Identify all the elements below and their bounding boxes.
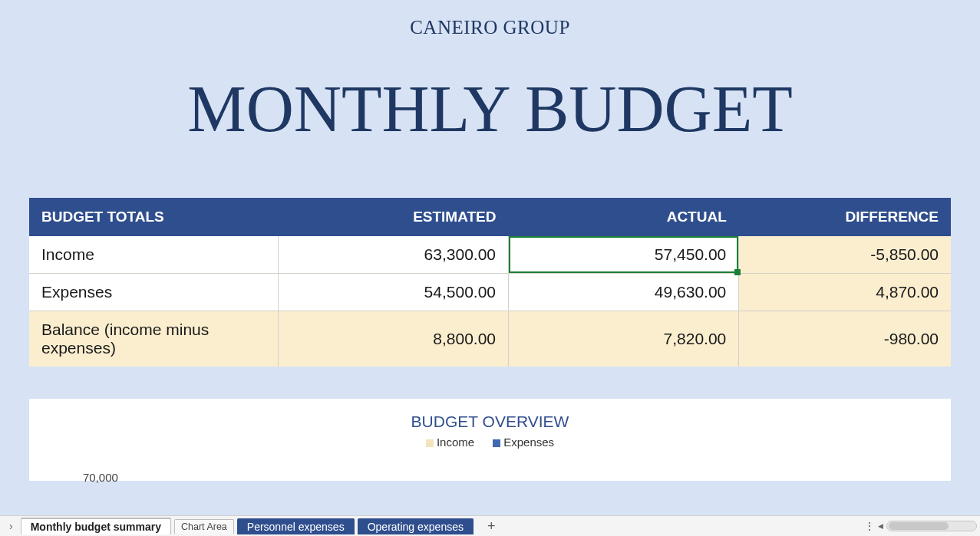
table-row: Balance (income minus expenses) 8,800.00… [29, 311, 951, 367]
col-header-difference[interactable]: DIFFERENCE [739, 198, 951, 236]
scroll-left-icon[interactable]: ◀ [878, 522, 883, 530]
company-name: CANEIRO GROUP [29, 0, 951, 38]
legend-item-income: Income [426, 436, 474, 449]
sheet-tab-bar: › Monthly budget summary Chart Area Pers… [0, 515, 980, 536]
cell-difference[interactable]: -5,850.00 [739, 236, 951, 274]
legend-label: Income [437, 436, 474, 449]
table-row: Expenses 54,500.00 49,630.00 4,870.00 [29, 274, 951, 311]
cell-estimated[interactable]: 54,500.00 [278, 274, 508, 311]
cell-actual[interactable]: 7,820.00 [509, 311, 739, 367]
budget-totals-table: BUDGET TOTALS ESTIMATED ACTUAL DIFFERENC… [29, 198, 951, 367]
legend-label: Expenses [503, 436, 554, 449]
table-row: Income 63,300.00 57,450.00 -5,850.00 [29, 236, 951, 274]
horizontal-scrollbar[interactable]: ◀ ▶ [886, 521, 977, 531]
cell-difference[interactable]: -980.00 [739, 311, 951, 367]
legend-swatch-income [426, 439, 434, 447]
cell-label[interactable]: Balance (income minus expenses) [29, 311, 278, 367]
col-header-estimated[interactable]: ESTIMATED [278, 198, 508, 236]
chart-legend: Income Expenses [45, 436, 935, 449]
cell-difference[interactable]: 4,870.00 [739, 274, 951, 311]
cell-estimated[interactable]: 8,800.00 [278, 311, 508, 367]
chart-title: BUDGET OVERVIEW [45, 413, 935, 431]
tab-operating-expenses[interactable]: Operating expenses [358, 518, 474, 534]
sheet-nav-right-icon[interactable]: › [5, 520, 18, 532]
page-title: MONTHLY BUDGET [29, 38, 951, 147]
col-header-label[interactable]: BUDGET TOTALS [29, 198, 278, 236]
tab-menu-icon[interactable]: ⋮ [860, 520, 880, 532]
col-header-actual[interactable]: ACTUAL [509, 198, 739, 236]
tab-monthly-budget-summary[interactable]: Monthly budget summary [21, 518, 171, 534]
cell-actual[interactable]: 57,450.00 [509, 236, 739, 274]
tab-personnel-expenses[interactable]: Personnel expenses [237, 518, 355, 534]
cell-estimated[interactable]: 63,300.00 [278, 236, 508, 274]
legend-item-expenses: Expenses [493, 436, 554, 449]
y-axis-tick: 70,000 [83, 471, 118, 484]
chart-card[interactable]: BUDGET OVERVIEW Income Expenses 70,000 [29, 399, 951, 481]
legend-swatch-expenses [493, 439, 500, 447]
cell-actual[interactable]: 49,630.00 [509, 274, 739, 311]
cell-label[interactable]: Income [29, 236, 278, 274]
cell-label[interactable]: Expenses [29, 274, 278, 311]
tab-chart-area[interactable]: Chart Area [174, 519, 234, 534]
scrollbar-thumb[interactable] [889, 522, 949, 530]
add-sheet-button[interactable]: + [477, 518, 506, 534]
